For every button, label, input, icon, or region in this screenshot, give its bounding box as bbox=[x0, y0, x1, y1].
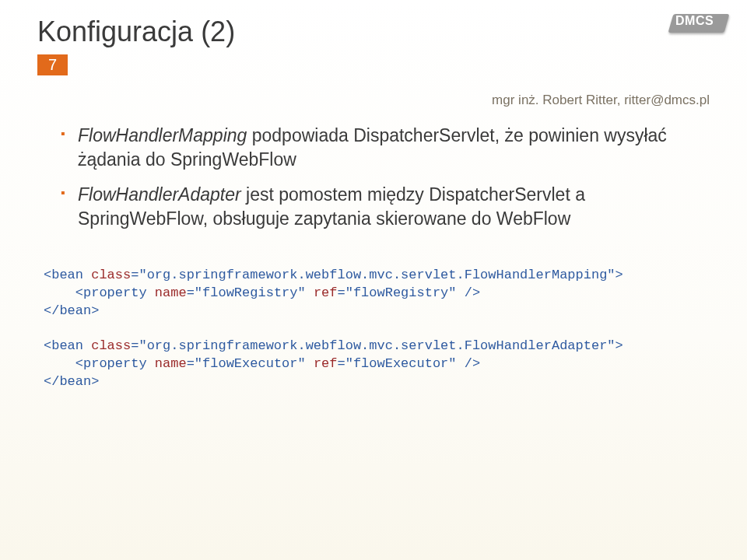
code-indent bbox=[44, 356, 75, 371]
xml-attr-name: class bbox=[91, 338, 131, 353]
xml-attr-value: "flowExecutor" bbox=[345, 356, 457, 371]
xml-attr-name: ref bbox=[314, 356, 338, 371]
xml-eq: = bbox=[338, 356, 345, 371]
code-block: <bean class="org.springframework.webflow… bbox=[37, 267, 710, 391]
bullet-item: FlowHandlerMapping podpowiada Dispatcher… bbox=[61, 124, 710, 172]
code-blank-line bbox=[44, 320, 710, 338]
xml-tag: </bean> bbox=[44, 374, 99, 389]
xml-attr-value: "flowRegistry" bbox=[195, 285, 306, 300]
xml-attr-value: "org.springframework.webflow.mvc.servlet… bbox=[139, 338, 615, 353]
bullet-item: FlowHandlerAdapter jest pomostem między … bbox=[61, 183, 710, 231]
author-footer: mgr inż. Robert Ritter, ritter@dmcs.pl bbox=[37, 93, 710, 108]
xml-tag: <property bbox=[75, 356, 155, 371]
slide-title: Konfiguracja (2) bbox=[37, 16, 710, 48]
bullet-emphasis: FlowHandlerAdapter bbox=[78, 184, 241, 205]
xml-tag: /> bbox=[457, 285, 481, 300]
code-indent bbox=[44, 285, 75, 300]
xml-attr-value: "flowRegistry" bbox=[345, 285, 457, 300]
xml-tag: /> bbox=[457, 356, 481, 371]
xml-attr-value: "flowExecutor" bbox=[195, 356, 306, 371]
xml-eq: = bbox=[187, 356, 195, 371]
xml-tag: > bbox=[615, 338, 623, 353]
xml-eq: = bbox=[338, 285, 345, 300]
page-number-badge: 7 bbox=[37, 54, 68, 75]
xml-attr-name: ref bbox=[314, 285, 338, 300]
xml-eq: = bbox=[187, 285, 195, 300]
xml-attr-name: name bbox=[155, 356, 187, 371]
bullet-emphasis: FlowHandlerMapping bbox=[78, 125, 247, 145]
slide: DMCS Konfiguracja (2) 7 mgr inż. Robert … bbox=[0, 0, 747, 560]
xml-attr-value: "org.springframework.webflow.mvc.servlet… bbox=[139, 268, 615, 282]
xml-tag: > bbox=[615, 268, 623, 282]
logo-text: DMCS bbox=[675, 14, 714, 28]
xml-eq: = bbox=[131, 338, 139, 353]
xml-tag: </bean> bbox=[44, 303, 99, 318]
xml-tag: <bean bbox=[44, 268, 91, 282]
logo: DMCS bbox=[671, 6, 731, 44]
xml-tag: <property bbox=[75, 285, 155, 300]
xml-eq: = bbox=[131, 268, 139, 282]
bullet-list: FlowHandlerMapping podpowiada Dispatcher… bbox=[37, 124, 710, 231]
xml-attr-name: class bbox=[91, 268, 131, 282]
xml-tag: <bean bbox=[44, 338, 91, 353]
xml-attr-name: name bbox=[155, 285, 187, 300]
